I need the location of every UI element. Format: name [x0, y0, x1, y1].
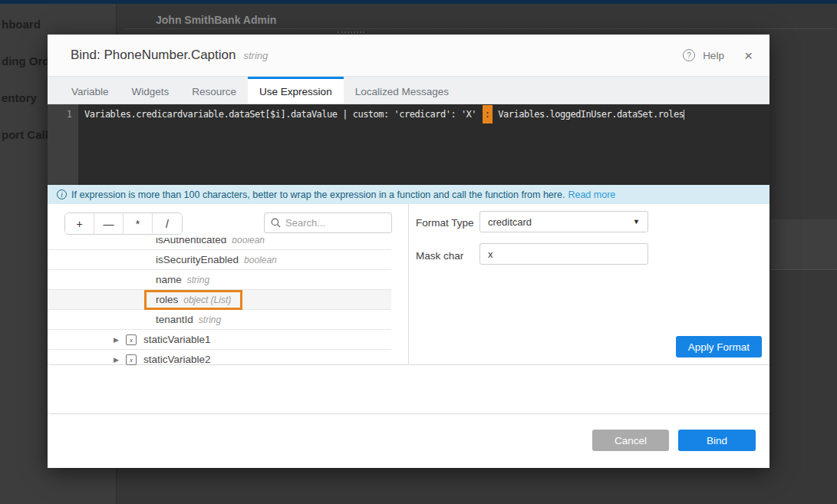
expression-code[interactable]: Variables.credicardvariable.dataSet[$i].…	[78, 104, 684, 185]
tree-row-issecurityenabled[interactable]: isSecurityEnabled boolean	[48, 250, 391, 270]
expand-arrow-icon[interactable]: ▶	[114, 356, 119, 364]
property-type: string	[187, 275, 209, 285]
selection-highlight-box	[144, 290, 242, 310]
format-panel: Format Type creditcard ▼ Mask char Apply…	[409, 204, 769, 364]
sidebar-item-support-calls[interactable]: port Calls	[2, 128, 54, 141]
canvas-widget-band	[771, 219, 837, 270]
text-cursor	[684, 110, 684, 120]
close-icon[interactable]: ×	[744, 48, 753, 63]
help-label[interactable]: Help	[703, 50, 724, 61]
apply-format-button[interactable]: Apply Format	[676, 336, 762, 357]
operator-button-group: + — * /	[64, 212, 183, 235]
canvas-dotted-segment	[338, 31, 364, 33]
property-type: boolean	[232, 238, 265, 245]
variable-name: staticVariable1	[143, 334, 211, 345]
bind-dialog: Bind: PhoneNumber.Caption string ? Help …	[48, 35, 769, 468]
editor-line-number: 1	[48, 104, 78, 185]
mask-char-input[interactable]	[479, 243, 648, 265]
tree-row-roles-selected[interactable]: roles object (List)	[48, 290, 391, 310]
variable-name: staticVariable2	[143, 354, 211, 365]
tree-row-tenantid[interactable]: tenantId string	[48, 310, 391, 330]
search-icon	[271, 218, 281, 228]
tree-row-name[interactable]: name string	[48, 270, 391, 290]
property-type: string	[199, 315, 221, 325]
info-banner: i If expression is more than 100 charact…	[48, 185, 769, 204]
code-before: Variables.credicardvariable.dataSet[$i].…	[84, 109, 482, 120]
tree-search	[264, 212, 392, 233]
format-type-label: Format Type	[416, 217, 474, 229]
dialog-type-label: string	[243, 50, 268, 61]
dialog-footer: Cancel Bind	[48, 414, 769, 466]
info-text: If expression is more than 100 character…	[71, 189, 565, 200]
variable-tree-panel: + — * / isAuthenticated boolean	[48, 204, 409, 364]
tab-use-expression[interactable]: Use Expression	[248, 77, 344, 104]
sidebar-item-dashboard[interactable]: hboard	[2, 18, 41, 31]
property-type: boolean	[244, 255, 277, 265]
mask-char-label: Mask char	[416, 250, 463, 262]
property-name: tenantId	[156, 314, 193, 325]
property-name: isAuthenticated	[156, 238, 226, 245]
tree-row-staticvariable1[interactable]: ▶ x staticVariable1	[48, 330, 391, 350]
tab-variable[interactable]: Variable	[60, 77, 120, 104]
tree-row-staticvariable2[interactable]: ▶ x staticVariable2	[48, 350, 391, 365]
divide-operator-button[interactable]: /	[153, 213, 182, 234]
tab-widgets[interactable]: Widgets	[120, 77, 181, 104]
dialog-title: Bind: PhoneNumber.Caption	[71, 48, 236, 63]
format-type-value: creditcard	[488, 216, 532, 228]
code-after: Variables.loggedInUser.dataSet.roles	[493, 109, 684, 120]
sidebar-item-inventory[interactable]: entory	[2, 91, 37, 104]
read-more-link[interactable]: Read more	[568, 189, 615, 200]
cancel-button[interactable]: Cancel	[592, 430, 669, 451]
app-top-accent-bar	[0, 0, 837, 4]
dialog-spacer	[48, 365, 769, 414]
search-input[interactable]	[285, 217, 385, 229]
property-name: isSecurityEnabled	[156, 254, 239, 265]
variable-type-icon: x	[126, 354, 137, 365]
canvas-dotted-border	[125, 28, 835, 29]
tab-resource[interactable]: Resource	[180, 77, 248, 104]
bind-button[interactable]: Bind	[678, 430, 756, 451]
tab-localized-messages[interactable]: Localized Messages	[344, 77, 460, 104]
plus-operator-button[interactable]: +	[65, 213, 94, 234]
info-icon: i	[57, 189, 67, 199]
expand-arrow-icon[interactable]: ▶	[114, 336, 119, 344]
highlighted-colon: :	[483, 105, 493, 124]
dropdown-arrow-icon: ▼	[633, 218, 640, 226]
variable-tree: isAuthenticated boolean isSecurityEnable…	[48, 238, 408, 365]
dialog-header: Bind: PhoneNumber.Caption string ? Help …	[48, 35, 769, 77]
dialog-tabs: Variable Widgets Resource Use Expression…	[48, 77, 769, 104]
user-header-text: John SmithBank Admin	[156, 14, 276, 26]
minus-operator-button[interactable]: —	[94, 213, 124, 234]
expression-editor[interactable]: 1 Variables.credicardvariable.dataSet[$i…	[48, 104, 769, 185]
multiply-operator-button[interactable]: *	[124, 213, 153, 234]
tree-row-isauthenticated[interactable]: isAuthenticated boolean	[48, 238, 391, 250]
property-name: name	[156, 274, 182, 285]
variable-type-icon: x	[126, 334, 137, 345]
format-type-select[interactable]: creditcard ▼	[479, 211, 648, 232]
help-icon[interactable]: ?	[683, 49, 695, 61]
